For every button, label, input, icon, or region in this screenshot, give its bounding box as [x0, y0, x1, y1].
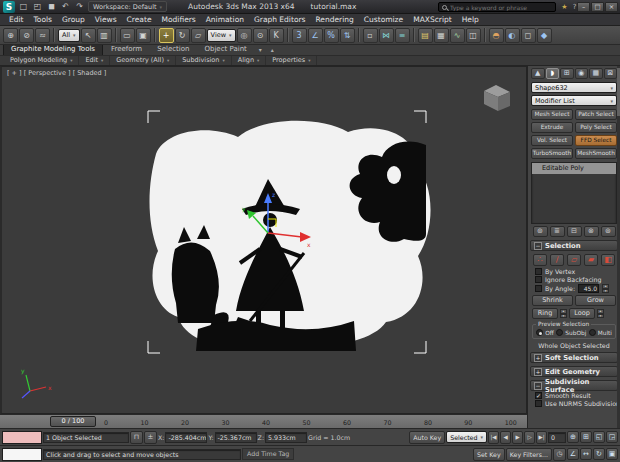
menu-rendering[interactable]: Rendering: [310, 14, 358, 26]
current-frame-field[interactable]: 0: [548, 432, 566, 443]
edit-geometry-rollout-header[interactable]: + Edit Geometry: [530, 366, 618, 377]
modifier-button-mesh-select[interactable]: Mesh Select: [531, 109, 573, 120]
time-configuration-icon[interactable]: ◷: [553, 448, 566, 461]
keyboard-override-icon[interactable]: K: [269, 28, 284, 43]
selection-filter-dropdown[interactable]: All ▾: [58, 29, 80, 42]
by-angle-checkbox[interactable]: [535, 285, 542, 292]
select-move-icon[interactable]: +: [159, 28, 174, 43]
menu-views[interactable]: Views: [90, 14, 122, 26]
loop-spinner[interactable]: ▴ ▾: [597, 309, 604, 318]
window-crossing-icon[interactable]: ▣: [136, 28, 151, 43]
spinner-snap-icon[interactable]: ⇅: [340, 28, 355, 43]
orbit-icon[interactable]: ↻: [593, 448, 605, 460]
use-nurms-checkbox[interactable]: [535, 400, 542, 407]
subdivision-surface-rollout-header[interactable]: − Subdivision Surface: [530, 380, 618, 391]
coord-system-dropdown[interactable]: View ▾: [207, 29, 236, 42]
mirror-icon[interactable]: ⋈: [379, 28, 394, 43]
select-manipulate-icon[interactable]: ⊙: [253, 28, 268, 43]
spin-down-icon[interactable]: ▾: [560, 314, 567, 319]
workspace-dropdown[interactable]: Workspace: Default ▾: [88, 1, 167, 12]
ribbon-toggle-icon[interactable]: ▦: [434, 28, 449, 43]
spin-down-icon[interactable]: ▾: [602, 289, 609, 294]
modifier-button-extrude[interactable]: Extrude: [531, 122, 573, 133]
select-link-icon[interactable]: ⊕: [3, 28, 18, 43]
next-frame-icon[interactable]: ▷: [524, 431, 535, 444]
ring-button[interactable]: Ring: [532, 308, 558, 319]
key-filters-button[interactable]: Key Filters...: [506, 448, 552, 461]
by-angle-value-field[interactable]: 45.0: [578, 284, 599, 293]
modifier-button-meshsmooth[interactable]: MeshSmooth: [575, 148, 617, 159]
maximize-viewport-icon[interactable]: ▣: [606, 448, 618, 460]
save-file-icon[interactable]: ◼: [46, 1, 57, 12]
modifier-list-dropdown[interactable]: Modifier List ▾: [531, 95, 617, 106]
perspective-viewport[interactable]: x y z x y [ + ] [ Perspective ] [ Shaded…: [0, 66, 527, 414]
panel-align[interactable]: Align▾: [232, 56, 267, 65]
named-selection-sets-icon[interactable]: ▫: [363, 28, 378, 43]
menu-graph-editors[interactable]: Graph Editors: [249, 14, 311, 26]
align-icon[interactable]: ≡: [395, 28, 410, 43]
element-subobject-icon[interactable]: ◧: [601, 254, 615, 266]
minimize-button[interactable]: –: [577, 2, 590, 12]
percent-snap-icon[interactable]: %: [324, 28, 339, 43]
zoom-all-icon[interactable]: ⊞: [580, 431, 592, 443]
panel-edit[interactable]: Edit▾: [79, 56, 110, 65]
menu-edit[interactable]: Edit: [4, 14, 29, 26]
selection-region-icon[interactable]: ▭: [120, 28, 135, 43]
display-tab-icon[interactable]: ▦: [589, 68, 603, 79]
pin-stack-icon[interactable]: ⊚: [533, 226, 548, 237]
shrink-button[interactable]: Shrink: [532, 295, 573, 306]
modifier-button-poly-select[interactable]: Poly Select: [575, 122, 617, 133]
ribbon-minimize-icon[interactable]: ▴: [267, 45, 278, 55]
panel-polygon-modeling[interactable]: Polygon Modeling▾: [4, 56, 79, 65]
undo-icon[interactable]: ↶: [60, 1, 71, 12]
previous-frame-icon[interactable]: ◀: [500, 431, 511, 444]
x-coord-field[interactable]: -285.404cm: [165, 432, 207, 443]
panel-subdivision[interactable]: Subdivision▾: [176, 56, 232, 65]
ribbon-options-icon[interactable]: ▾: [255, 45, 266, 55]
angle-snap-icon[interactable]: ∠: [308, 28, 323, 43]
viewport-label[interactable]: [ + ] [ Perspective ] [ Shaded ]: [7, 69, 106, 77]
go-to-end-icon[interactable]: ▶|: [536, 431, 547, 444]
preview-off-radio[interactable]: [536, 329, 543, 336]
modifier-button-vol-select[interactable]: Vol. Select: [531, 135, 573, 146]
ignore-backfacing-checkbox[interactable]: [535, 276, 542, 283]
menu-customize[interactable]: Customize: [359, 14, 408, 26]
bind-spacewarp-icon[interactable]: ≈: [35, 28, 50, 43]
application-menu-icon[interactable]: S: [3, 1, 15, 13]
show-end-result-icon[interactable]: ≣: [550, 226, 565, 237]
modifier-button-patch-select[interactable]: Patch Select: [575, 109, 617, 120]
snap-toggle-icon[interactable]: 3: [292, 28, 307, 43]
utilities-tab-icon[interactable]: ⊠: [604, 68, 618, 79]
object-name-field[interactable]: Shape632 ▾: [531, 82, 617, 93]
select-rotate-icon[interactable]: ↻: [175, 28, 190, 43]
menu-tools[interactable]: Tools: [29, 14, 57, 26]
menu-animation[interactable]: Animation: [201, 14, 249, 26]
modify-tab-icon[interactable]: ◗: [546, 68, 560, 79]
select-by-name-icon[interactable]: ▥: [97, 28, 112, 43]
open-file-icon[interactable]: ◰: [32, 1, 43, 12]
preview-subobj-radio[interactable]: [556, 329, 563, 336]
modifier-button-ffd-select[interactable]: FFD Select: [575, 135, 617, 146]
use-center-icon[interactable]: ◎: [237, 28, 252, 43]
by-angle-spinner[interactable]: ▴ ▾: [602, 284, 609, 293]
redo-icon[interactable]: ↷: [74, 1, 85, 12]
edge-subobject-icon[interactable]: ∕: [550, 254, 564, 266]
search-icon[interactable]: [442, 5, 447, 10]
layer-manager-icon[interactable]: ▤: [418, 28, 433, 43]
material-editor-icon[interactable]: ◓: [489, 28, 504, 43]
create-tab-icon[interactable]: ▲: [531, 68, 545, 79]
menu-maxscript[interactable]: MAXScript: [408, 14, 457, 26]
border-subobject-icon[interactable]: ▱: [567, 254, 581, 266]
set-key-button[interactable]: Set Key: [473, 448, 505, 461]
fov-icon[interactable]: ∠: [567, 448, 579, 460]
auto-key-button[interactable]: Auto Key: [409, 431, 445, 444]
search-input[interactable]: [450, 4, 550, 11]
schematic-view-icon[interactable]: ◫: [466, 28, 481, 43]
maxscript-mini-listener[interactable]: [2, 448, 42, 461]
ring-spinner[interactable]: ▴ ▾: [560, 309, 567, 318]
tab-selection[interactable]: Selection: [150, 44, 196, 55]
play-animation-icon[interactable]: ▶: [512, 431, 523, 444]
z-coord-field[interactable]: 5.933cm: [265, 432, 307, 443]
viewcube[interactable]: [484, 85, 510, 111]
polygon-subobject-icon[interactable]: ▰: [584, 254, 598, 266]
